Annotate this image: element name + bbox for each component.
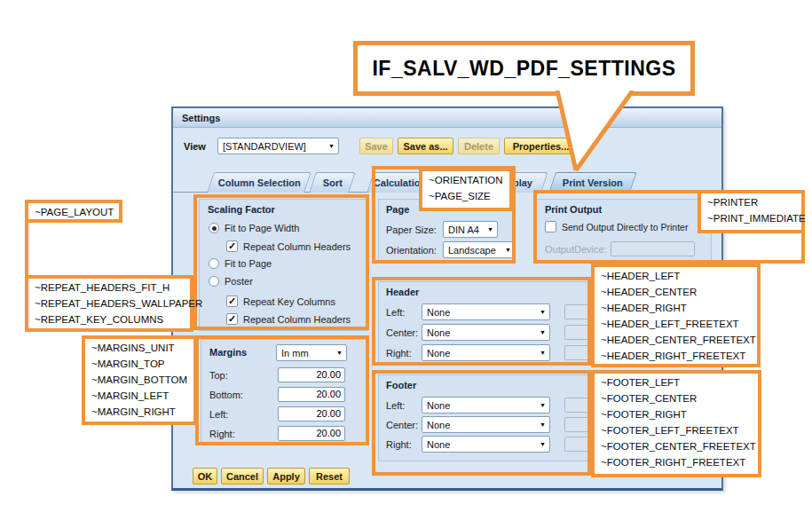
annotation-line: ~HEADER_CENTER_FREETEXT [601,332,751,348]
view-label: View [184,141,206,152]
annotation-line: ~PRINTER [707,194,795,210]
save-as-button-label: Save as... [403,141,447,152]
annotation-line: ~MARGIN_RIGHT [91,404,187,420]
tab-label: Sort [322,177,342,188]
cancel-button[interactable]: Cancel [221,468,264,485]
annotation-box-printer: ~PRINTER ~PRINT_IMMEDIATE [698,190,805,233]
view-select[interactable]: [STANDARDVIEW] ▼ [217,138,339,154]
delete-button[interactable]: Delete [458,138,500,154]
save-button[interactable]: Save [359,138,393,154]
annotation-line: ~MARGIN_BOTTOM [91,372,187,388]
screenshot-stage: Settings View [STANDARDVIEW] ▼ Save Save… [0,0,812,520]
annotation-line: ~HEADER_LEFT [601,268,751,284]
annotation-line: ~FOOTER_RIGHT [601,406,752,422]
annotation-line: ~FOOTER_CENTER [601,390,752,406]
annotation-line: ~ORIENTATION [429,172,503,188]
annotation-title-text: IF_SALV_WD_PDF_SETTINGS [372,57,675,81]
annotation-rect-scaling [193,194,369,330]
dialog-title: Settings [182,113,220,123]
tab-label: Print Version [563,177,623,188]
annotation-rect-footer [372,370,591,476]
view-select-value: [STANDARDVIEW] [223,141,306,152]
annotation-line: ~FOOTER_LEFT [601,374,752,390]
tab-label: Column Selection [217,177,300,188]
annotation-line: ~REPEAT_HEADERS_WALLPAPER [35,295,184,311]
annotation-line: ~MARGIN_TOP [91,356,187,372]
annotation-line: ~FOOTER_CENTER_FREETEXT [601,438,752,454]
annotation-line: ~REPEAT_HEADERS_FIT_H [35,280,184,295]
annotation-line: ~FOOTER_LEFT_FREETEXT [601,422,752,438]
reset-button[interactable]: Reset [309,468,350,485]
annotation-line: ~HEADER_LEFT_FREETEXT [601,316,751,332]
annotation-line: ~PRINT_IMMEDIATE [707,210,795,226]
annotation-line: ~PAGE_SIZE [429,188,503,204]
annotation-box-footer: ~FOOTER_LEFT ~FOOTER_CENTER ~FOOTER_RIGH… [591,370,761,477]
annotation-title-callout: IF_SALV_WD_PDF_SETTINGS [353,41,695,96]
annotation-box-header: ~HEADER_LEFT ~HEADER_CENTER ~HEADER_RIGH… [591,264,761,367]
annotation-line: ~REPEAT_KEY_COLUMNS [35,311,184,327]
dialog-titlebar: Settings [173,108,721,128]
annotation-line: ~HEADER_RIGHT [601,300,751,316]
ok-button-label: OK [198,471,213,482]
apply-button-label: Apply [272,471,300,482]
reset-button-label: Reset [316,471,343,482]
annotation-box-page-layout: ~PAGE_LAYOUT [25,200,122,223]
annotation-line: ~PAGE_LAYOUT [35,204,113,220]
annotation-box-margins: ~MARGINS_UNIT ~MARGIN_TOP ~MARGIN_BOTTOM… [82,335,197,425]
annotation-box-repeat: ~REPEAT_HEADERS_FIT_H ~REPEAT_HEADERS_WA… [25,275,193,332]
annotation-box-orientation: ~ORIENTATION ~PAGE_SIZE [419,168,513,211]
annotation-line: ~FOOTER_RIGHT_FREETEXT [601,454,752,470]
dropdown-arrow-icon: ▼ [328,143,335,149]
annotation-line: ~MARGIN_LEFT [91,388,187,404]
apply-button[interactable]: Apply [267,468,305,485]
annotation-line: ~HEADER_CENTER [601,284,751,300]
annotation-rect-header [372,277,591,366]
cancel-button-label: Cancel [226,471,258,482]
tab-column-selection[interactable]: Column Selection [207,172,311,193]
annotation-line: ~HEADER_RIGHT_FREETEXT [601,348,751,364]
tab-sort[interactable]: Sort [309,172,355,193]
delete-button-label: Delete [464,141,493,152]
save-button-label: Save [365,141,388,152]
ok-button[interactable]: OK [193,468,217,485]
callout-pointer-icon [550,91,639,175]
annotation-connector-line [25,221,28,277]
annotation-rect-margins [195,335,369,445]
save-as-button[interactable]: Save as... [398,138,453,154]
annotation-line: ~MARGINS_UNIT [91,340,187,356]
